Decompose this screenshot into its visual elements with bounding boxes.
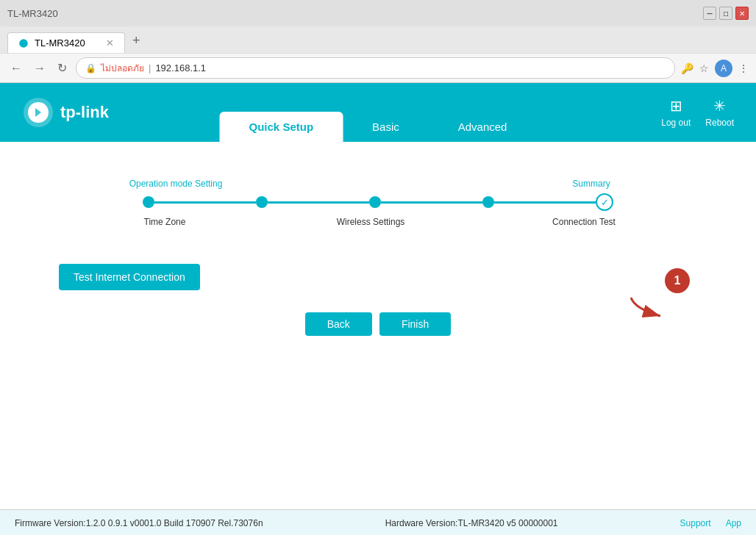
step-track: ✓ xyxy=(121,193,635,211)
new-tab-button[interactable]: + xyxy=(125,29,148,53)
step-dot-5: ✓ xyxy=(596,193,613,211)
annotation-circle: 1 xyxy=(665,268,690,293)
lock-icon: 🔒 xyxy=(85,63,96,73)
logo-text: tp-link xyxy=(60,103,109,122)
footer: Firmware Version:1.2.0 0.9.1 v0001.0 Bui… xyxy=(0,509,756,535)
reboot-button[interactable]: ✳ Reboot xyxy=(705,97,734,128)
step-dot-4 xyxy=(482,196,494,208)
title-bar-left: TL-MR3420 xyxy=(7,8,58,19)
tab-advanced[interactable]: Advanced xyxy=(429,112,537,142)
window-controls: ─ □ ✕ xyxy=(703,7,749,20)
main-content: Operation mode Setting Summary xyxy=(0,142,756,509)
nav-tabs: Quick Setup Basic Advanced xyxy=(220,112,537,142)
step-dot-2 xyxy=(256,196,268,208)
browser-tab[interactable]: TL-MR3420 ✕ xyxy=(7,32,125,53)
header-right: ⊞ Log out ✳ Reboot xyxy=(661,97,734,128)
tab-quick-setup[interactable]: Quick Setup xyxy=(220,112,343,142)
tab-close-icon[interactable]: ✕ xyxy=(106,37,114,49)
step-dot-1 xyxy=(143,196,154,208)
refresh-nav-button[interactable]: ↻ xyxy=(54,58,70,78)
star-icon[interactable]: ☆ xyxy=(699,62,709,74)
maximize-button[interactable]: □ xyxy=(719,7,732,20)
tab-bar: TL-MR3420 ✕ + xyxy=(0,26,756,53)
browser-chrome: TL-MR3420 ─ □ ✕ TL-MR3420 ✕ + ← → ↻ 🔒 ไม… xyxy=(0,0,756,83)
summary-label: Summary xyxy=(547,179,635,189)
title-bar: TL-MR3420 ─ □ ✕ xyxy=(0,0,756,26)
tplink-logo-icon xyxy=(22,96,54,129)
separator: | xyxy=(149,62,151,73)
step-line-4 xyxy=(494,201,596,204)
reboot-label: Reboot xyxy=(705,118,734,128)
favicon-icon xyxy=(18,38,29,49)
support-link[interactable]: Support xyxy=(680,518,711,528)
page-title: TL-MR3420 xyxy=(7,8,58,19)
step-bottom-labels: Time Zone Wireless Settings Connection T… xyxy=(121,217,635,227)
hardware-version: Hardware Version:TL-MR3420 v5 00000001 xyxy=(385,518,558,528)
step-line-1 xyxy=(154,201,256,204)
address-text: 192.168.1.1 xyxy=(155,62,206,73)
test-internet-button[interactable]: Test Internet Connection xyxy=(59,264,200,290)
step-dot-3 xyxy=(369,196,381,208)
back-nav-button[interactable]: ← xyxy=(7,59,25,78)
router-header: tp-link Quick Setup Basic Advanced ⊞ Log… xyxy=(0,83,756,142)
action-buttons: 1 Back Finish xyxy=(29,312,727,336)
annotation-arrow xyxy=(627,294,671,326)
address-icons: 🔑 ☆ A ⋮ xyxy=(681,60,749,77)
footer-links: Support App xyxy=(680,518,741,528)
router-ui: tp-link Quick Setup Basic Advanced ⊞ Log… xyxy=(0,83,756,535)
logout-icon: ⊞ xyxy=(670,97,682,115)
finish-button[interactable]: Finish xyxy=(379,312,451,336)
menu-icon[interactable]: ⋮ xyxy=(738,62,749,74)
step-label-empty2 xyxy=(415,217,547,227)
step-top-labels: Operation mode Setting Summary xyxy=(121,179,635,189)
op-mode-label: Operation mode Setting xyxy=(121,179,231,189)
app-link[interactable]: App xyxy=(726,518,741,528)
logout-label: Log out xyxy=(661,118,691,128)
tab-basic[interactable]: Basic xyxy=(343,112,429,142)
test-btn-container: Test Internet Connection xyxy=(29,242,727,290)
insecure-label: ไม่ปลอดภัย xyxy=(101,61,144,75)
key-icon: 🔑 xyxy=(681,62,693,74)
profile-avatar[interactable]: A xyxy=(715,60,732,77)
step-label-wireless: Wireless Settings xyxy=(327,217,415,227)
forward-nav-button[interactable]: → xyxy=(31,59,49,78)
step-line-3 xyxy=(381,201,482,204)
logout-button[interactable]: ⊞ Log out xyxy=(661,97,691,128)
close-button[interactable]: ✕ xyxy=(735,7,749,20)
step-label-timezone: Time Zone xyxy=(135,217,194,227)
firmware-version: Firmware Version:1.2.0 0.9.1 v0001.0 Bui… xyxy=(15,518,263,528)
minimize-button[interactable]: ─ xyxy=(703,7,716,20)
step-label-connection: Connection Test xyxy=(547,217,621,227)
empty-label xyxy=(231,179,547,189)
address-input[interactable]: 🔒 ไม่ปลอดภัย | 192.168.1.1 xyxy=(76,57,675,79)
svg-point-0 xyxy=(19,39,28,48)
address-bar: ← → ↻ 🔒 ไม่ปลอดภัย | 192.168.1.1 🔑 ☆ A ⋮ xyxy=(0,53,756,82)
tab-title: TL-MR3420 xyxy=(35,37,85,49)
logo: tp-link xyxy=(22,96,109,129)
reboot-icon: ✳ xyxy=(713,97,726,115)
step-label-empty xyxy=(194,217,327,227)
back-button[interactable]: Back xyxy=(305,312,372,336)
progress-wizard: Operation mode Setting Summary xyxy=(121,179,635,227)
step-line-2 xyxy=(268,201,369,204)
